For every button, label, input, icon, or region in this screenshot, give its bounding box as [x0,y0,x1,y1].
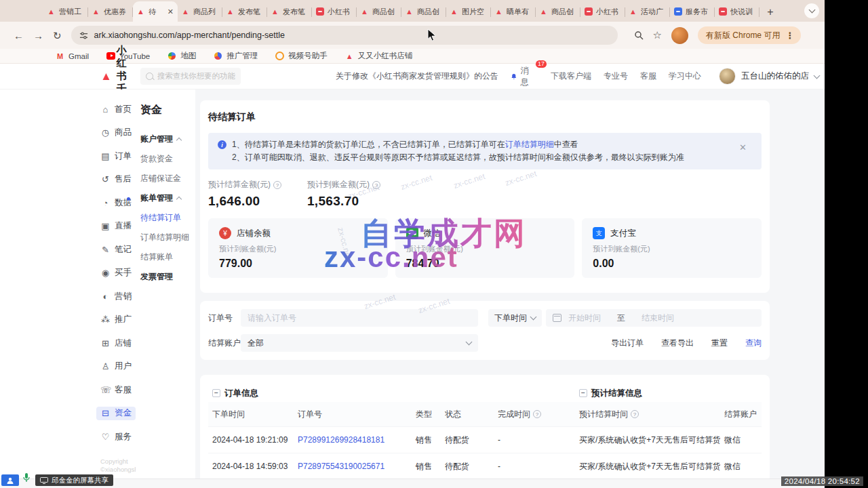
sidebar-item-service[interactable]: 客服 [100,383,136,396]
browser-tab[interactable]: 商品创 [401,1,446,22]
reset-button[interactable]: 重置 [711,338,728,349]
close-tab-icon[interactable]: ✕ [167,8,174,16]
calendar-icon [553,314,561,322]
sidebar-item-services[interactable]: 服务 [100,430,136,443]
shop-balance-icon [219,227,231,239]
sidebar-item-orders[interactable]: 订单 [100,149,136,163]
shop-icon [100,338,111,348]
professional-account-link[interactable]: 专业号 [604,70,628,82]
store-account-menu[interactable]: 五台山的佑佑的店 [719,68,819,85]
chrome-menu-icon[interactable] [785,30,794,41]
sidebar-item-aftersale[interactable]: 售后 [100,173,136,186]
customer-service-link[interactable]: 客服 [640,70,656,82]
settle-account-select[interactable]: 全部 [241,334,478,352]
browser-tab[interactable]: 服务市 [670,1,715,22]
sidebar-item-live[interactable]: 直播 [100,220,136,233]
end-date-placeholder[interactable]: 结束时间 [642,312,674,324]
bookmark-gmail[interactable]: Gmail [56,52,89,60]
submenu-item-settle-detail[interactable]: 订单结算明细 [140,228,195,247]
close-icon[interactable] [739,142,747,164]
download-client-link[interactable]: 下载客户端 [551,70,591,82]
submenu-item-deposit[interactable]: 店铺保证金 [140,169,195,188]
start-date-placeholder[interactable]: 开始时间 [568,312,601,324]
forward-icon[interactable]: → [33,30,43,41]
promotion-icon [100,314,111,325]
services-icon [100,432,111,442]
browser-tab[interactable]: 商品列 [178,1,222,22]
settle-detail-link[interactable]: 订单结算明细 [505,140,554,149]
help-icon[interactable] [631,410,639,418]
submenu-group-account[interactable]: 账户管理 [140,129,195,149]
orders-table-card: 订单信息 预计结算信息 下单时间 订单号 类型 状态 完成时间 预计结算时间 结… [200,375,770,488]
bookmark-maps[interactable]: 地图 [167,51,196,61]
browser-tab[interactable]: 活动广 [625,1,670,22]
tab-search-chevron[interactable] [804,3,819,18]
address-bar[interactable]: ark.xiaohongshu.com/app-merchant/pending… [71,26,618,45]
sidebar-item-notes[interactable]: 笔记 [100,243,136,256]
browser-tab[interactable]: 小红书 [580,1,625,22]
submenu-item-settle-bill[interactable]: 结算账单 [140,247,195,267]
sidebar-item-marketing[interactable]: 营销 [100,289,136,303]
back-icon[interactable]: ← [14,30,24,41]
date-range-picker[interactable]: 开始时间 至 结束时间 [546,309,762,327]
browser-tab[interactable]: 快说训 [715,1,760,22]
announcement-link[interactable]: 关于修改《小红书商家发货管理规则》的公告 [336,70,498,82]
browser-tab[interactable]: 图片空 [446,1,491,22]
mic-icon[interactable] [22,472,31,486]
bookmark-promotion[interactable]: 推广管理 [214,51,258,61]
search-icon[interactable] [634,30,644,40]
bookmark-xhs-shop[interactable]: 又又小红书店铺 [345,51,413,61]
collapse-icon[interactable] [579,389,587,397]
help-icon[interactable] [372,181,380,189]
bookmark-star-icon[interactable] [653,29,662,41]
help-icon[interactable] [273,181,281,189]
new-tab-button[interactable] [762,4,778,20]
browser-tab[interactable]: 商品创 [357,1,401,22]
browser-tab[interactable]: 小红书 [312,1,357,22]
browser-tab-active[interactable]: 待✕ [133,1,178,22]
browser-tab[interactable]: 发布笔 [267,1,312,22]
sidebar-item-goods[interactable]: 商品 [100,126,136,140]
sidebar-item-promotion[interactable]: 推广 [100,313,136,327]
browser-tab[interactable]: 发布笔 [222,1,267,22]
submenu-item-payment-funds[interactable]: 货款资金 [140,149,195,169]
browser-tab[interactable]: 优惠券 [88,1,133,22]
collapse-icon[interactable] [212,389,220,397]
meeting-participant-icon[interactable] [1,474,19,486]
xiaohongshu-icon [316,7,324,16]
sidebar-rail: 首页 商品 订单 售后 数据 直播 笔记 买手 营销 推广 店铺 用户 客服 资… [90,89,136,488]
browser-tab[interactable]: 商品创 [536,1,580,22]
chevron-up-icon [176,137,182,142]
submenu-item-pending-settle[interactable]: 待结算订单 [140,208,195,228]
browser-tab[interactable]: 营销工 [43,1,88,22]
messages-button[interactable]: 消息 17 [511,65,532,88]
search-icon [146,73,153,80]
submenu-group-invoice[interactable]: 发票管理 [140,267,195,287]
chevron-down-icon [530,314,537,321]
order-no-input[interactable] [241,309,478,327]
order-link[interactable]: P728975543190025671 [294,462,412,471]
order-link[interactable]: P728991269928418181 [294,435,412,445]
time-type-select[interactable]: 下单时间 [488,309,542,327]
app-search-input[interactable]: 搜索查找你想要的功能 [140,68,241,85]
store-name: 五台山的佑佑的店 [741,70,809,82]
chrome-update-button[interactable]: 有新版 Chrome 可用 [698,26,801,44]
submenu-group-bills[interactable]: 账单管理 [140,188,195,208]
sidebar-item-funds[interactable]: 资金 [96,407,136,420]
users-icon [100,361,111,371]
chrome-profile-avatar[interactable] [671,27,688,44]
sidebar-item-buyer[interactable]: 买手 [100,266,136,280]
bookmark-channels[interactable]: 视频号助手 [275,51,328,61]
qianfan-icon [92,7,100,16]
sidebar-item-users[interactable]: 用户 [100,360,136,373]
reload-icon[interactable]: ↻ [53,30,62,41]
help-icon[interactable] [533,410,541,418]
sidebar-item-shop[interactable]: 店铺 [100,336,136,350]
query-button[interactable]: 查询 [745,338,762,349]
sidebar-item-data[interactable]: 数据 [100,196,136,209]
view-export-button[interactable]: 查看导出 [661,338,694,349]
export-orders-button[interactable]: 导出订单 [611,338,644,349]
learning-center-link[interactable]: 学习中心 [669,70,701,82]
sidebar-item-home[interactable]: 首页 [100,102,136,116]
browser-tab[interactable]: 晒单有 [491,1,536,22]
